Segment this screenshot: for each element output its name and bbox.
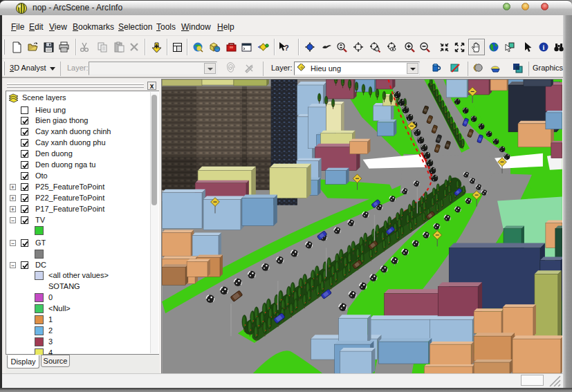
svg-text:?: ? <box>284 44 289 52</box>
svg-text:i: i <box>543 44 545 51</box>
